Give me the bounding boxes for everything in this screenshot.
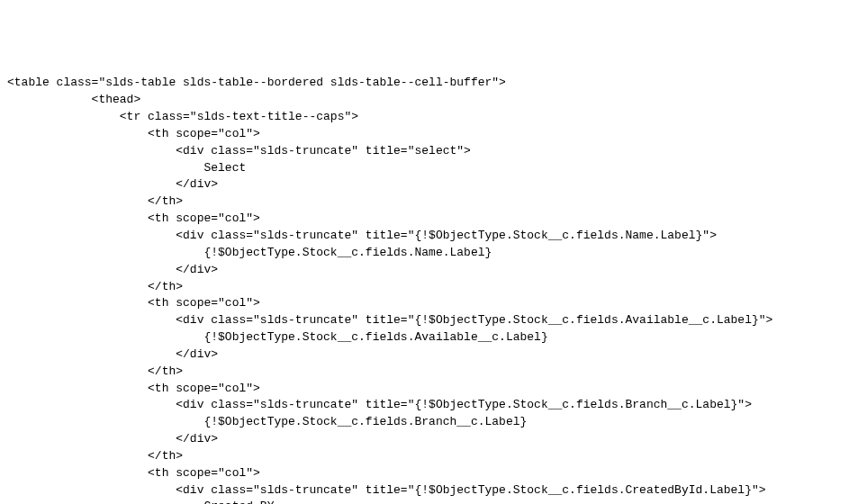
code-line: </div> xyxy=(7,262,860,279)
code-line: {!$ObjectType.Stock__c.fields.Name.Label… xyxy=(7,245,860,262)
code-block: <table class="slds-table slds-table--bor… xyxy=(7,75,860,504)
code-line: </div> xyxy=(7,431,860,448)
code-line: </th> xyxy=(7,279,860,296)
code-line: </div> xyxy=(7,176,860,194)
code-line: <th scope="col"> xyxy=(7,465,860,482)
code-line: <th scope="col"> xyxy=(7,126,860,143)
code-line: <table class="slds-table slds-table--bor… xyxy=(7,75,860,92)
code-line: <thead> xyxy=(7,92,860,109)
code-line: <th scope="col"> xyxy=(7,211,860,228)
code-line: <div class="slds-truncate" title="{!$Obj… xyxy=(7,312,860,329)
code-line: <div class="slds-truncate" title="select… xyxy=(7,143,860,160)
code-line: <th scope="col"> xyxy=(7,295,860,312)
code-line: Select xyxy=(7,160,860,177)
code-line: </th> xyxy=(7,364,860,381)
code-line: <th scope="col"> xyxy=(7,381,860,398)
code-line: <div class="slds-truncate" title="{!$Obj… xyxy=(7,228,860,245)
code-line: Created BY xyxy=(7,499,860,504)
code-line: {!$ObjectType.Stock__c.fields.Available_… xyxy=(7,329,860,346)
code-line: <div class="slds-truncate" title="{!$Obj… xyxy=(7,397,860,414)
code-line: </div> xyxy=(7,346,860,364)
code-line: </th> xyxy=(7,448,860,465)
code-line: {!$ObjectType.Stock__c.fields.Branch__c.… xyxy=(7,414,860,431)
code-line: </th> xyxy=(7,194,860,211)
code-line: <tr class="slds-text-title--caps"> xyxy=(7,109,860,126)
code-line: <div class="slds-truncate" title="{!$Obj… xyxy=(7,482,860,500)
